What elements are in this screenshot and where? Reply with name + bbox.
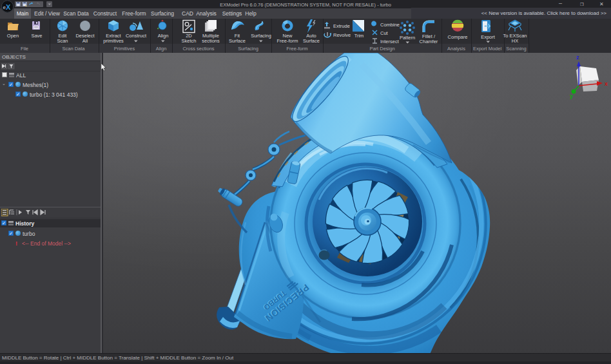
svg-text:Revolve: Revolve: [333, 32, 351, 38]
svg-text:Part Design: Part Design: [369, 46, 394, 52]
svg-text:Scan: Scan: [57, 38, 68, 44]
svg-text:Construct: Construct: [126, 33, 147, 39]
svg-text:Surfacing: Surfacing: [238, 46, 258, 52]
svg-text:Free-form: Free-form: [287, 46, 308, 52]
svg-text:Align: Align: [156, 46, 167, 52]
svg-text:primitives: primitives: [103, 38, 124, 44]
svg-text:Surface: Surface: [303, 38, 320, 44]
svg-text:Extrude: Extrude: [333, 23, 350, 29]
svg-text:Export Model: Export Model: [473, 46, 502, 52]
svg-text:Free-form: Free-form: [277, 38, 298, 44]
svg-text:Save: Save: [31, 33, 42, 39]
svg-text:X: X: [6, 3, 11, 11]
svg-text:x: x: [605, 81, 608, 87]
svg-text:y: y: [570, 93, 573, 99]
svg-text:Export: Export: [481, 34, 496, 40]
svg-text:Compare: Compare: [448, 34, 468, 40]
svg-text:Combine: Combine: [380, 22, 400, 28]
svg-text:Primitives: Primitives: [114, 46, 135, 52]
svg-text:Intersect: Intersect: [380, 39, 400, 44]
svg-text:Scanning: Scanning: [506, 46, 526, 52]
svg-text:sections: sections: [202, 38, 220, 44]
svg-text:Surfacing: Surfacing: [251, 33, 271, 39]
svg-text:Align: Align: [158, 33, 169, 39]
svg-text:File: File: [21, 46, 28, 52]
svg-text:Pattern: Pattern: [400, 35, 415, 41]
svg-text:z: z: [576, 54, 579, 61]
svg-text:Sketch: Sketch: [182, 38, 197, 44]
svg-text:Surface: Surface: [229, 38, 246, 44]
svg-text:Scan Data: Scan Data: [62, 46, 85, 52]
svg-text:Open: Open: [7, 33, 19, 39]
svg-text:Trim: Trim: [354, 33, 364, 39]
svg-text:Chamfer: Chamfer: [420, 39, 438, 44]
svg-text:HX: HX: [512, 38, 518, 44]
svg-text:Cut: Cut: [380, 30, 389, 36]
svg-text:Cross sections: Cross sections: [182, 46, 214, 52]
svg-text:Analysis: Analysis: [447, 46, 465, 52]
svg-text:All: All: [82, 38, 88, 44]
